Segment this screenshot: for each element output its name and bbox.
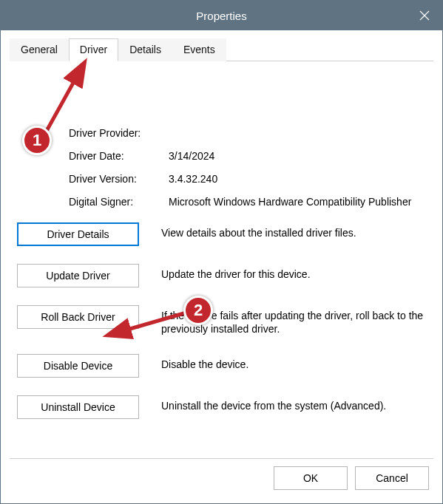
tab-general[interactable]: General: [10, 38, 69, 61]
driver-details-desc: View details about the installed driver …: [161, 222, 356, 240]
tab-driver[interactable]: Driver: [69, 38, 118, 61]
dialog-footer: OK Cancel: [10, 458, 433, 494]
uninstall-device-button[interactable]: Uninstall Device: [17, 395, 139, 419]
update-driver-button[interactable]: Update Driver: [17, 264, 139, 287]
digital-signer-value: Microsoft Windows Hardware Compatibility…: [169, 195, 426, 209]
driver-provider-value: [169, 126, 426, 140]
driver-version-value: 3.4.32.240: [169, 172, 426, 186]
driver-date-value: 3/14/2024: [169, 149, 426, 163]
driver-panel: Driver Provider: Driver Date: 3/14/2024 …: [10, 61, 433, 458]
titlebar: Properties: [1, 1, 442, 30]
info-row: Driver Version: 3.4.32.240: [69, 172, 426, 186]
driver-version-label: Driver Version:: [69, 172, 169, 186]
properties-window: Properties General Driver Details Events…: [0, 0, 443, 504]
annotation-step-2: 2: [183, 296, 213, 325]
action-row: Disable Device Disable the device.: [17, 354, 426, 378]
info-row: Driver Date: 3/14/2024: [69, 149, 426, 163]
driver-date-label: Driver Date:: [69, 149, 169, 163]
window-title: Properties: [196, 10, 246, 22]
tab-details[interactable]: Details: [118, 38, 172, 61]
info-row: Driver Provider:: [69, 126, 426, 140]
update-driver-desc: Update the driver for this device.: [161, 264, 311, 282]
ok-button[interactable]: OK: [274, 466, 348, 490]
client-area: General Driver Details Events Driver Pro…: [1, 30, 442, 503]
cancel-button[interactable]: Cancel: [355, 466, 429, 490]
action-row: Uninstall Device Uninstall the device fr…: [17, 395, 426, 419]
driver-details-button[interactable]: Driver Details: [17, 222, 139, 246]
tab-strip: General Driver Details Events: [10, 38, 433, 61]
disable-device-button[interactable]: Disable Device: [17, 354, 139, 378]
action-row: Update Driver Update the driver for this…: [17, 264, 426, 287]
driver-info: Driver Provider: Driver Date: 3/14/2024 …: [69, 126, 426, 209]
info-row: Digital Signer: Microsoft Windows Hardwa…: [69, 195, 426, 209]
annotation-step-1: 1: [22, 126, 52, 155]
uninstall-device-desc: Uninstall the device from the system (Ad…: [161, 395, 386, 413]
disable-device-desc: Disable the device.: [161, 354, 248, 372]
action-row: Roll Back Driver If the device fails aft…: [17, 305, 426, 337]
tab-events[interactable]: Events: [172, 38, 226, 61]
action-row: Driver Details View details about the in…: [17, 222, 426, 246]
digital-signer-label: Digital Signer:: [69, 195, 169, 209]
actions-block: Driver Details View details about the in…: [17, 222, 426, 420]
driver-provider-label: Driver Provider:: [69, 126, 169, 140]
close-icon: [419, 10, 430, 21]
roll-back-driver-button[interactable]: Roll Back Driver: [17, 305, 139, 329]
close-button[interactable]: [407, 1, 442, 30]
